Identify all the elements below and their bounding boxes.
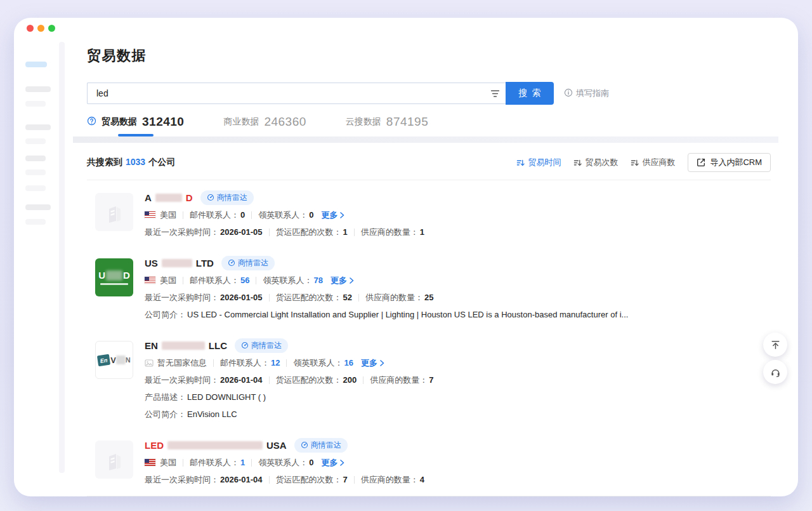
linkedin-contact-count: 0	[309, 458, 313, 467]
app-window: 贸易数据 搜索 填写指南 贸易数据 3124	[14, 18, 798, 496]
no-country-image-icon	[145, 359, 154, 367]
intel-radar-badge[interactable]: 商情雷达	[200, 190, 254, 205]
company-list-item[interactable]: LEDUSA 商情雷达 美国 邮件联系人： 1 领英联系人： 0 更多	[87, 428, 771, 493]
company-name[interactable]: AD	[145, 192, 193, 203]
minimize-window-button[interactable]	[37, 25, 44, 32]
sidebar-item[interactable]	[25, 86, 51, 92]
country-label: 美国	[160, 275, 176, 286]
close-window-button[interactable]	[27, 25, 34, 32]
results-count: 1033	[126, 157, 145, 167]
sidebar-item[interactable]	[25, 138, 46, 144]
redacted-text	[100, 283, 128, 285]
more-link[interactable]: 更多	[361, 357, 385, 369]
company-list-item[interactable]: EnVN ENLLC 商情雷达 暂无国家信息 邮件联系人：	[87, 328, 771, 428]
radar-icon	[207, 194, 214, 201]
search-input[interactable]	[88, 88, 484, 98]
sidebar-item[interactable]	[25, 204, 51, 210]
redacted-text	[106, 270, 122, 281]
last-purchase-date: 2026-01-05	[220, 227, 263, 237]
results-header: 共搜索到1033个公司 贸易时间 贸易次数 供应商数 导入内部CRM	[87, 153, 771, 172]
email-contact-count: 56	[240, 275, 249, 285]
chevron-right-icon	[339, 212, 345, 218]
company-list-item[interactable]: UD USLTD 商情雷达 美国 邮件联系人： 56	[87, 246, 771, 328]
last-purchase-date: 2026-01-04	[220, 475, 263, 484]
tab-count: 312410	[142, 115, 184, 129]
results-summary: 共搜索到1033个公司	[87, 157, 175, 168]
page-title: 贸易数据	[87, 46, 771, 65]
email-contact-count: 1	[240, 458, 245, 467]
freight-match-count: 200	[343, 375, 357, 385]
last-purchase-date: 2026-01-04	[220, 375, 263, 385]
sidebar-item[interactable]	[25, 169, 46, 175]
tab-count: 874195	[386, 115, 428, 129]
sidebar-item[interactable]	[25, 219, 46, 225]
redacted-text	[162, 342, 205, 350]
us-flag-icon	[145, 277, 155, 284]
sidebar-item-active[interactable]	[25, 62, 47, 67]
chevron-right-icon	[339, 460, 345, 466]
back-to-top-button[interactable]	[763, 333, 787, 357]
sidebar-divider	[59, 42, 65, 473]
search-button[interactable]: 搜索	[506, 82, 554, 105]
us-flag-icon	[145, 211, 155, 218]
intel-radar-badge[interactable]: 商情雷达	[221, 256, 275, 270]
sidebar-item[interactable]	[25, 156, 46, 161]
sidebar-item[interactable]	[25, 101, 46, 107]
sort-trade-count[interactable]: 贸易次数	[573, 157, 618, 168]
fill-guide-link[interactable]: 填写指南	[564, 88, 609, 99]
building-icon	[103, 201, 126, 223]
filter-icon[interactable]	[484, 83, 506, 103]
company-name[interactable]: ENLLC	[145, 340, 227, 351]
customer-service-button[interactable]	[763, 360, 787, 384]
sidebar-item[interactable]	[25, 124, 51, 130]
radar-icon	[228, 259, 235, 267]
building-icon	[103, 448, 126, 471]
floating-actions	[763, 333, 787, 384]
sort-trade-time[interactable]: 贸易时间	[516, 157, 561, 168]
company-logo: EnVN	[95, 341, 133, 379]
company-logo-placeholder	[95, 193, 133, 231]
supplier-count: 25	[424, 293, 433, 302]
export-icon	[697, 158, 705, 167]
linkedin-contact-count: 78	[313, 275, 322, 285]
help-icon[interactable]	[87, 116, 96, 128]
more-link[interactable]: 更多	[331, 275, 355, 286]
intel-radar-badge[interactable]: 商情雷达	[294, 438, 348, 453]
data-tabs: 贸易数据 312410 商业数据 246360 云搜数据 874195	[87, 115, 771, 136]
company-name[interactable]: LEDUSA	[145, 440, 287, 451]
search-bar: 搜索 填写指南	[87, 82, 771, 105]
search-input-wrap	[87, 83, 506, 104]
sidebar-item[interactable]	[25, 185, 46, 191]
freight-match-count: 52	[343, 293, 352, 302]
chevron-right-icon	[349, 277, 355, 284]
company-logo-placeholder	[95, 441, 133, 479]
company-name[interactable]: USLTD	[145, 258, 214, 269]
country-label: 美国	[160, 457, 176, 468]
maximize-window-button[interactable]	[48, 25, 55, 32]
supplier-count: 7	[429, 375, 433, 385]
last-purchase-date: 2026-01-05	[220, 293, 263, 302]
country-label: 美国	[160, 209, 176, 221]
radar-icon	[301, 441, 308, 449]
import-crm-button[interactable]: 导入内部CRM	[688, 153, 771, 172]
sort-icon	[631, 159, 639, 167]
tab-business-data[interactable]: 商业数据 246360	[223, 115, 306, 136]
company-logo: UD	[95, 258, 133, 296]
company-list-item[interactable]: AD 商情雷达 美国 邮件联系人： 0 领英联系人： 0 更多	[87, 180, 771, 246]
more-link[interactable]: 更多	[321, 457, 345, 468]
tab-cloud-search-data[interactable]: 云搜数据 874195	[346, 115, 428, 136]
supplier-count: 4	[420, 475, 424, 484]
tab-trade-data[interactable]: 贸易数据 312410	[87, 115, 184, 136]
sort-supplier-count[interactable]: 供应商数	[631, 157, 675, 168]
redacted-text	[167, 441, 263, 449]
headset-icon	[770, 367, 781, 378]
us-flag-icon	[145, 459, 155, 466]
freight-match-count: 7	[343, 475, 348, 484]
tab-count: 246360	[264, 115, 306, 129]
more-link[interactable]: 更多	[321, 209, 345, 221]
company-profile-text: EnVision LLC	[187, 409, 237, 419]
linkedin-contact-count: 0	[309, 210, 313, 220]
intel-radar-badge[interactable]: 商情雷达	[235, 338, 288, 353]
chevron-right-icon	[379, 360, 385, 366]
no-country-label: 暂无国家信息	[157, 357, 207, 369]
